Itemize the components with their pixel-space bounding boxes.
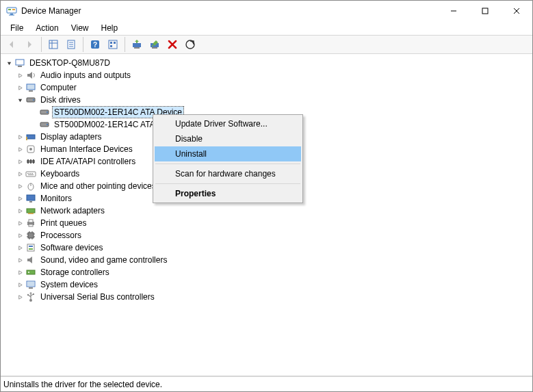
svg-point-37 xyxy=(47,124,48,125)
ide-controller-icon xyxy=(25,156,36,167)
close-button[interactable] xyxy=(501,1,532,21)
svg-rect-70 xyxy=(29,246,33,247)
system-device-icon xyxy=(25,279,36,290)
chevron-right-icon[interactable] xyxy=(14,291,25,302)
maximize-button[interactable] xyxy=(469,1,501,21)
context-menu: Update Driver Software... Disable Uninst… xyxy=(153,114,303,203)
minimize-button[interactable] xyxy=(438,1,469,21)
svg-rect-59 xyxy=(29,224,33,226)
svg-rect-30 xyxy=(27,84,35,90)
menu-file[interactable]: File xyxy=(5,22,29,34)
chevron-right-icon[interactable] xyxy=(14,254,25,265)
tree-label: Print queues xyxy=(39,218,88,228)
svg-point-73 xyxy=(28,272,29,273)
chevron-right-icon[interactable] xyxy=(14,70,25,81)
computer-icon xyxy=(25,82,36,93)
back-button[interactable] xyxy=(3,36,20,53)
tree-category-computer[interactable]: Computer xyxy=(14,81,532,94)
chevron-right-icon[interactable] xyxy=(14,181,25,192)
processor-icon xyxy=(25,230,36,241)
tree-category-software-devices[interactable]: Software devices xyxy=(14,241,532,254)
tree-category-usb[interactable]: Universal Serial Bus controllers xyxy=(14,291,532,303)
disable-device-toolbar-button[interactable] xyxy=(146,36,163,53)
chevron-right-icon[interactable] xyxy=(14,82,25,93)
tree-category-audio[interactable]: Audio inputs and outputs xyxy=(14,69,532,81)
context-menu-update-driver[interactable]: Update Driver Software... xyxy=(155,116,301,131)
menu-help[interactable]: Help xyxy=(96,22,124,34)
svg-rect-38 xyxy=(27,135,35,139)
tree-root-label: DESKTOP-Q8MU87D xyxy=(28,57,112,68)
action-toolbar-button[interactable] xyxy=(105,36,121,53)
svg-point-35 xyxy=(47,112,48,113)
svg-rect-9 xyxy=(49,40,57,49)
forward-button[interactable] xyxy=(21,36,38,53)
chevron-right-icon[interactable] xyxy=(14,205,25,216)
context-menu-disable[interactable]: Disable xyxy=(155,131,301,146)
tree-category-disk-drives[interactable]: Disk drives xyxy=(14,94,532,106)
sound-controller-icon xyxy=(25,254,36,265)
chevron-right-icon[interactable] xyxy=(14,168,25,179)
chevron-right-icon[interactable] xyxy=(14,144,25,155)
tree-root[interactable]: DESKTOP-Q8MU87D xyxy=(1,57,532,69)
svg-rect-31 xyxy=(29,90,33,92)
show-hide-console-tree-button[interactable] xyxy=(45,36,62,53)
tree-category-system[interactable]: System devices xyxy=(14,278,532,291)
properties-toolbar-button[interactable] xyxy=(63,36,79,53)
device-tree[interactable]: DESKTOP-Q8MU87D Audio inputs and outputs… xyxy=(1,54,532,376)
svg-rect-23 xyxy=(134,47,140,49)
tree-label: Mice and other pointing devices xyxy=(39,181,157,192)
svg-rect-6 xyxy=(482,8,488,14)
chevron-right-icon[interactable] xyxy=(14,131,25,142)
tree-label: Network adapters xyxy=(39,205,106,216)
keyboard-icon xyxy=(25,168,36,179)
printer-icon xyxy=(25,218,36,228)
update-driver-toolbar-button[interactable] xyxy=(129,36,145,53)
svg-rect-55 xyxy=(27,209,35,213)
context-menu-separator xyxy=(155,164,300,164)
tree-category-processors[interactable]: Processors xyxy=(14,229,532,241)
svg-rect-4 xyxy=(12,9,15,10)
tree-label: Disk drives xyxy=(39,94,82,105)
svg-rect-1 xyxy=(10,14,13,15)
tree-category-network[interactable]: Network adapters xyxy=(14,205,532,217)
uninstall-device-toolbar-button[interactable] xyxy=(164,36,181,53)
tree-label: Universal Serial Bus controllers xyxy=(39,291,156,302)
svg-rect-69 xyxy=(27,244,34,251)
context-menu-uninstall[interactable]: Uninstall xyxy=(155,146,301,161)
svg-rect-72 xyxy=(27,270,35,274)
menu-action[interactable]: Action xyxy=(30,22,64,34)
app-icon xyxy=(6,5,17,16)
svg-rect-28 xyxy=(16,60,24,65)
chevron-right-icon[interactable] xyxy=(14,156,25,167)
svg-rect-71 xyxy=(29,248,33,250)
separator xyxy=(83,37,83,52)
chevron-right-icon[interactable] xyxy=(14,267,25,278)
tree-category-print-queues[interactable]: Print queues xyxy=(14,217,532,229)
disk-drive-icon xyxy=(39,107,50,118)
tree-category-sound[interactable]: Sound, video and game controllers xyxy=(14,254,532,266)
svg-rect-53 xyxy=(27,195,35,200)
chevron-down-icon[interactable] xyxy=(14,94,25,105)
tree-label: Software devices xyxy=(39,242,104,253)
menubar: File Action View Help xyxy=(1,21,532,35)
scan-hardware-toolbar-button[interactable] xyxy=(182,36,198,53)
svg-rect-39 xyxy=(26,137,27,140)
context-menu-scan[interactable]: Scan for hardware changes xyxy=(155,166,301,181)
chevron-right-icon[interactable] xyxy=(14,242,25,253)
chevron-right-icon[interactable] xyxy=(14,230,25,241)
chevron-right-icon[interactable] xyxy=(14,193,25,204)
chevron-down-icon[interactable] xyxy=(3,57,14,68)
chevron-right-icon[interactable] xyxy=(14,279,25,290)
statusbar-text: Uninstalls the driver for the selected d… xyxy=(3,380,162,389)
tree-category-storage[interactable]: Storage controllers xyxy=(14,266,532,278)
menu-view[interactable]: View xyxy=(66,22,94,34)
chevron-right-icon[interactable] xyxy=(14,218,25,228)
context-menu-properties[interactable]: Properties xyxy=(155,186,301,201)
computer-icon xyxy=(14,57,25,68)
statusbar: Uninstalls the driver for the selected d… xyxy=(1,376,532,391)
svg-rect-49 xyxy=(31,173,33,174)
tree-label: System devices xyxy=(39,279,99,290)
help-toolbar-button[interactable]: ? xyxy=(87,36,103,53)
mouse-icon xyxy=(25,181,36,192)
tree-label: Computer xyxy=(39,82,78,93)
